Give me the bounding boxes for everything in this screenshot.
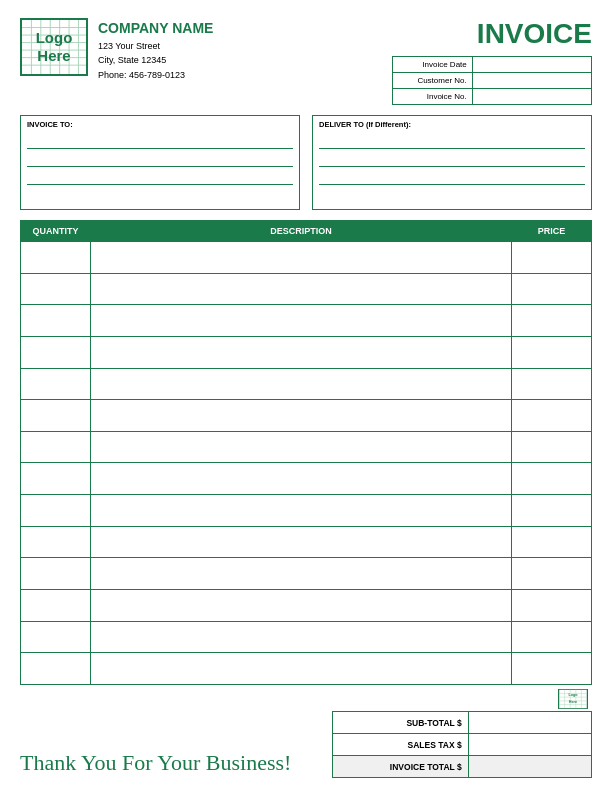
invoice-to-line2[interactable] [27, 151, 293, 167]
footer-logo-area: Logo Here [332, 689, 592, 711]
desc-cell-2[interactable] [91, 305, 512, 337]
subtotal-label: SUB-TOTAL $ [333, 712, 469, 734]
desc-cell-5[interactable] [91, 400, 512, 432]
price-cell-3[interactable] [512, 336, 592, 368]
address-line2: City, State 12345 [98, 53, 213, 67]
deliver-to-line2[interactable] [319, 151, 585, 167]
desc-cell-8[interactable] [91, 495, 512, 527]
desc-cell-0[interactable] [91, 242, 512, 274]
price-cell-9[interactable] [512, 526, 592, 558]
header-left: Logo Here COMPANY NAME 123 Your Street C… [20, 18, 213, 82]
table-row [21, 590, 592, 622]
thank-you-text: Thank You For Your Business! [20, 750, 332, 778]
price-cell-13[interactable] [512, 653, 592, 685]
svg-text:Logo: Logo [568, 693, 578, 697]
number-label: Invoice No. [393, 89, 473, 105]
qty-cell-1[interactable] [21, 273, 91, 305]
company-details: 123 Your Street City, State 12345 Phone:… [98, 39, 213, 82]
price-cell-12[interactable] [512, 621, 592, 653]
company-name: COMPANY NAME [98, 20, 213, 36]
footer-logo: Logo Here [558, 689, 588, 709]
address-line1: 123 Your Street [98, 39, 213, 53]
qty-cell-8[interactable] [21, 495, 91, 527]
price-cell-8[interactable] [512, 495, 592, 527]
items-table: QUANTITY DESCRIPTION PRICE [20, 220, 592, 685]
price-cell-4[interactable] [512, 368, 592, 400]
customer-value[interactable] [472, 73, 591, 89]
price-cell-1[interactable] [512, 273, 592, 305]
invoice-total-label: INVOICE TOTAL $ [333, 756, 469, 778]
totals-table: SUB-TOTAL $ SALES TAX $ INVOICE TOTAL $ [332, 711, 592, 778]
totals-section: Logo Here SUB-TOTAL $ SALES TAX $ [332, 689, 592, 778]
qty-cell-12[interactable] [21, 621, 91, 653]
desc-cell-10[interactable] [91, 558, 512, 590]
deliver-to-line3[interactable] [319, 169, 585, 185]
desc-cell-7[interactable] [91, 463, 512, 495]
deliver-to-lines [319, 133, 585, 205]
qty-cell-13[interactable] [21, 653, 91, 685]
qty-cell-9[interactable] [21, 526, 91, 558]
table-row [21, 621, 592, 653]
deliver-to-line1[interactable] [319, 133, 585, 149]
logo-box: Logo Here [20, 18, 88, 76]
table-row [21, 431, 592, 463]
number-value[interactable] [472, 89, 591, 105]
header-right: INVOICE Invoice Date Customer No. Invoic… [392, 18, 592, 105]
sales-tax-value[interactable] [468, 734, 591, 756]
svg-text:Here: Here [569, 700, 577, 704]
table-row [21, 400, 592, 432]
table-row [21, 653, 592, 685]
qty-cell-5[interactable] [21, 400, 91, 432]
qty-cell-11[interactable] [21, 590, 91, 622]
table-row [21, 242, 592, 274]
table-row [21, 368, 592, 400]
desc-cell-1[interactable] [91, 273, 512, 305]
subtotal-value[interactable] [468, 712, 591, 734]
desc-cell-11[interactable] [91, 590, 512, 622]
deliver-to-line4[interactable] [319, 187, 585, 203]
price-cell-2[interactable] [512, 305, 592, 337]
quantity-header: QUANTITY [21, 221, 91, 242]
qty-cell-10[interactable] [21, 558, 91, 590]
price-cell-5[interactable] [512, 400, 592, 432]
qty-cell-4[interactable] [21, 368, 91, 400]
invoice-to-line4[interactable] [27, 187, 293, 203]
invoice-fields-table: Invoice Date Customer No. Invoice No. [392, 56, 592, 105]
desc-cell-12[interactable] [91, 621, 512, 653]
invoice-to-box: INVOICE TO: [20, 115, 300, 210]
desc-cell-6[interactable] [91, 431, 512, 463]
company-info: COMPANY NAME 123 Your Street City, State… [98, 18, 213, 82]
table-row [21, 336, 592, 368]
qty-cell-0[interactable] [21, 242, 91, 274]
footer-area: Thank You For Your Business! Logo [20, 689, 592, 778]
price-cell-7[interactable] [512, 463, 592, 495]
qty-cell-3[interactable] [21, 336, 91, 368]
desc-cell-13[interactable] [91, 653, 512, 685]
table-row [21, 558, 592, 590]
table-row [21, 495, 592, 527]
invoice-to-label: INVOICE TO: [27, 120, 293, 129]
phone: Phone: 456-789-0123 [98, 68, 213, 82]
desc-cell-3[interactable] [91, 336, 512, 368]
desc-cell-4[interactable] [91, 368, 512, 400]
qty-cell-2[interactable] [21, 305, 91, 337]
invoice-total-value[interactable] [468, 756, 591, 778]
deliver-to-label: DELIVER TO (If Different): [319, 120, 585, 129]
qty-cell-7[interactable] [21, 463, 91, 495]
sales-tax-label: SALES TAX $ [333, 734, 469, 756]
address-section: INVOICE TO: DELIVER TO (If Different): [20, 115, 592, 210]
qty-cell-6[interactable] [21, 431, 91, 463]
logo-text: Logo Here [36, 29, 73, 65]
date-value[interactable] [472, 57, 591, 73]
price-cell-10[interactable] [512, 558, 592, 590]
invoice-to-line1[interactable] [27, 133, 293, 149]
price-cell-6[interactable] [512, 431, 592, 463]
table-row [21, 463, 592, 495]
deliver-to-box: DELIVER TO (If Different): [312, 115, 592, 210]
invoice-to-line3[interactable] [27, 169, 293, 185]
price-cell-11[interactable] [512, 590, 592, 622]
customer-label: Customer No. [393, 73, 473, 89]
invoice-title: INVOICE [392, 18, 592, 50]
desc-cell-9[interactable] [91, 526, 512, 558]
price-cell-0[interactable] [512, 242, 592, 274]
